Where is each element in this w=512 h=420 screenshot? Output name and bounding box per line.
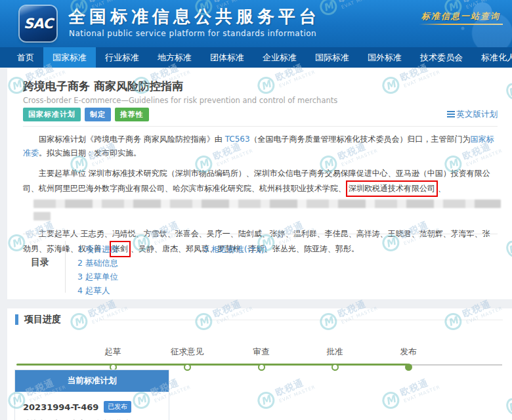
main-nav: 首页国家标准行业标准地方标准团体标准企业标准国际标准国外标准技术委员会标准化人才: [0, 47, 512, 68]
redacted-content: [33, 212, 51, 220]
nav-item[interactable]: 标准化人才: [472, 47, 512, 68]
milestone-3: 审查: [235, 346, 288, 371]
nav-item[interactable]: 企业标准: [253, 47, 306, 68]
list-icon: [447, 111, 455, 118]
header-slogan: 标准信息一站查询: [421, 10, 500, 22]
tag-row: 国家标准计划制定推荐性: [23, 108, 149, 121]
current-plan-card: 当前标准计划 20231994-T-469 已发布 跨境电子商务 商家风险防控指…: [14, 369, 169, 420]
toc-column-1: 1 项目进度2 基础信息3 起草单位4 起草人: [77, 234, 118, 299]
nav-item[interactable]: 地方标准: [148, 47, 201, 68]
sac-logo-text: SAC: [24, 16, 53, 32]
divider: [23, 126, 498, 127]
app-header: SAC 全国标准信息公共服务平台 National public service…: [0, 0, 512, 47]
status-badge: 已发布: [104, 401, 131, 413]
intro-text: （全国电子商务质量管理标准化技术委员会）归口，主管部门为: [250, 135, 471, 144]
nav-item[interactable]: 技术委员会: [411, 47, 472, 68]
standard-detail-card: 跨境电子商务 商家风险防控指南 Cross-border E-commerce—…: [7, 68, 512, 299]
slogan-underline: [419, 24, 503, 25]
milestone-label: 征求意见: [161, 346, 213, 358]
toc-divider: [65, 241, 66, 293]
nav-item[interactable]: 国家标准: [43, 47, 96, 68]
milestone-dot: [258, 364, 265, 371]
page-title: 跨境电子商务 商家风险防控指南: [23, 79, 183, 94]
section-gap: [0, 299, 512, 308]
english-version-link[interactable]: 英文版计划: [447, 109, 498, 120]
standard-tag: 国家标准计划: [23, 108, 81, 121]
toc-link[interactable]: 3 起草单位: [77, 270, 118, 284]
standard-tag: 推荐性: [115, 108, 149, 121]
plan-code[interactable]: 20231994-T-469: [23, 402, 98, 412]
sac-logo: SAC: [20, 6, 56, 41]
toc-link[interactable]: 2 基础信息: [77, 256, 118, 270]
plan-card-header: 当前标准计划: [15, 370, 169, 392]
orgs-paragraph: 主要起草单位 深圳市标准技术研究院（深圳市物品编码所）、深圳市众信电子商务交易保…: [23, 167, 498, 220]
intro-text: 国家标准计划《跨境电子商务 商家风险防控指南》由: [39, 135, 225, 144]
plan-card-body: 20231994-T-469 已发布 跨境电子商务 商家风险防控指南: [15, 392, 169, 420]
intro-paragraph: 国家标准计划《跨境电子商务 商家风险防控指南》由 TC563（全国电子商务质量管…: [23, 133, 498, 160]
milestone-dot: [184, 364, 191, 371]
toc-link[interactable]: 1 项目进度: [77, 242, 118, 256]
toc-link[interactable]: 4 起草人: [77, 284, 118, 297]
nav-item[interactable]: 首页: [8, 47, 43, 68]
project-progress-section: 项目进度 起草征求意见审查批准发布 当前标准计划 20231994-T-469 …: [7, 308, 512, 420]
milestone-dot: [405, 364, 412, 371]
table-of-contents: 目录 1 项目进度2 基础信息3 起草单位4 起草人 5 相近标准(计划): [23, 234, 498, 299]
nav-item[interactable]: 国际标准: [306, 47, 358, 68]
site-title: 全国标准信息公共服务平台: [68, 5, 320, 28]
highlighted-org: 深圳欧税通技术有限公司: [346, 180, 438, 197]
milestone-label: 起草: [87, 346, 139, 358]
site-subtitle-en: National public service platform for sta…: [69, 29, 316, 38]
milestone-5: 发布: [382, 346, 435, 371]
toc-link[interactable]: 5 相近标准(计划): [203, 242, 267, 256]
redacted-content: [33, 200, 501, 208]
milestone-dot: [331, 364, 339, 371]
english-version-label: 英文版计划: [457, 109, 498, 120]
milestone-1: 起草: [87, 346, 139, 371]
page-title-en: Cross-border E-commerce—Guidelines for r…: [23, 96, 337, 105]
orgs-list: 、: [438, 184, 446, 193]
intro-text: 。拟实施日期：发布即实施。: [39, 148, 141, 158]
standard-tag: 制定: [85, 108, 111, 121]
toc-column-2: 5 相近标准(计划): [203, 234, 267, 299]
milestone-2: 征求意见: [161, 346, 213, 371]
nav-item[interactable]: 行业标准: [96, 47, 148, 68]
nav-item[interactable]: 国外标准: [358, 47, 411, 68]
toc-label: 目录: [23, 234, 65, 299]
milestone-4: 批准: [309, 346, 361, 371]
milestone-label: 批准: [309, 346, 361, 358]
milestone-label: 审查: [235, 346, 288, 358]
nav-item[interactable]: 团体标准: [201, 47, 253, 68]
orgs-label: 主要起草单位: [39, 169, 86, 178]
milestone-label: 发布: [382, 346, 435, 358]
tc-link[interactable]: TC563: [225, 135, 250, 144]
page: SAC 全国标准信息公共服务平台 National public service…: [0, 0, 512, 420]
